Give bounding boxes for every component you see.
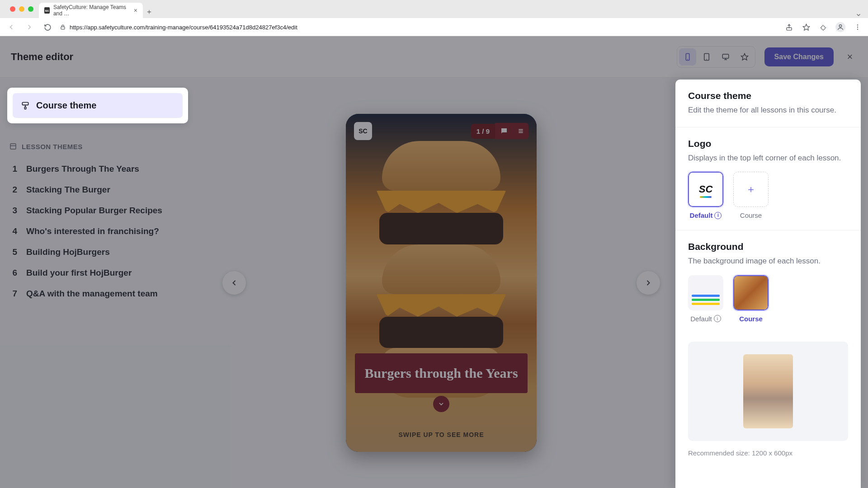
share-icon[interactable] bbox=[784, 22, 794, 32]
tab-bar: sc SafetyCulture: Manage Teams and … × ＋ bbox=[0, 0, 868, 18]
theme-icon bbox=[21, 101, 30, 110]
save-changes-button[interactable]: Save Changes bbox=[764, 47, 834, 66]
logo-desc: Displays in the top left corner of each … bbox=[688, 153, 848, 164]
lesson-item[interactable]: 1Burgers Through The Years bbox=[7, 159, 188, 179]
panel-section-logo: Logo Displays in the top left corner of … bbox=[675, 127, 861, 231]
device-star-button[interactable] bbox=[736, 48, 753, 66]
course-theme-card[interactable]: Course theme bbox=[7, 88, 188, 123]
lesson-item[interactable]: 2Stacking The Burger bbox=[7, 179, 188, 200]
extensions-icon[interactable] bbox=[818, 22, 828, 32]
theme-settings-panel: Course theme Edit the theme for all less… bbox=[675, 80, 861, 488]
bg-option-course[interactable]: Course bbox=[733, 275, 769, 323]
browser-chrome: sc SafetyCulture: Manage Teams and … × ＋… bbox=[0, 0, 868, 36]
preview-prev-button[interactable] bbox=[222, 271, 246, 295]
info-icon[interactable]: i bbox=[714, 315, 721, 322]
reload-button[interactable] bbox=[42, 21, 53, 33]
preview-pager: 1 / 9 bbox=[471, 124, 495, 139]
bookmark-star-icon[interactable] bbox=[801, 22, 811, 32]
svg-marker-2 bbox=[803, 24, 809, 30]
device-desktop-button[interactable] bbox=[717, 48, 734, 66]
logo-title: Logo bbox=[688, 138, 848, 149]
bg-preview-thumbnail bbox=[743, 354, 793, 428]
panel-title: Course theme bbox=[688, 90, 848, 101]
preview-menu-icon[interactable] bbox=[513, 123, 528, 139]
bg-label-default: Default i bbox=[690, 315, 721, 323]
window-minimize-icon[interactable] bbox=[19, 6, 24, 12]
lock-icon bbox=[60, 24, 66, 30]
preview-area: SC 1 / 9 Burgers through the Years SWIPE… bbox=[195, 78, 687, 488]
svg-rect-16 bbox=[10, 144, 16, 149]
new-tab-button[interactable]: ＋ bbox=[143, 5, 156, 18]
svg-point-6 bbox=[857, 28, 858, 29]
panel-section-course-theme: Course theme Edit the theme for all less… bbox=[675, 80, 861, 127]
url-field[interactable]: https://app.safetyculture.com/training-m… bbox=[60, 24, 297, 31]
swipe-hint: SWIPE UP TO SEE MORE bbox=[346, 431, 537, 438]
device-preview-group bbox=[677, 46, 755, 68]
logo-label-course: Course bbox=[740, 211, 762, 219]
panel-desc: Edit the theme for all lessons in this c… bbox=[688, 105, 848, 116]
bg-preview-area[interactable] bbox=[688, 342, 848, 441]
window-close-icon[interactable] bbox=[10, 6, 15, 12]
logo-label-default: Default i bbox=[690, 211, 722, 219]
logo-add-button[interactable]: ＋ bbox=[733, 172, 769, 207]
preview-title-card: Burgers through the Years bbox=[355, 353, 528, 393]
panel-section-background: Background The background image of each … bbox=[675, 230, 861, 333]
layers-icon bbox=[9, 142, 17, 150]
svg-marker-14 bbox=[741, 53, 748, 60]
lesson-item[interactable]: 3Stacking Popular Burger Recipes bbox=[7, 200, 188, 221]
back-button[interactable] bbox=[5, 21, 17, 33]
bg-option-default[interactable]: Default i bbox=[688, 275, 723, 323]
logo-thumb-default[interactable]: SC bbox=[688, 172, 723, 207]
logo-option-course[interactable]: ＋ Course bbox=[733, 172, 769, 219]
sc-logo-icon: SC bbox=[699, 183, 713, 195]
info-icon[interactable]: i bbox=[714, 212, 722, 219]
window-controls[interactable] bbox=[5, 0, 39, 18]
svg-rect-11 bbox=[722, 54, 729, 58]
lesson-item[interactable]: 4Who's interested in franchising? bbox=[7, 221, 188, 242]
profile-avatar-icon[interactable] bbox=[835, 22, 845, 32]
close-editor-button[interactable]: × bbox=[843, 50, 857, 64]
bg-label-course: Course bbox=[739, 315, 763, 323]
lesson-item[interactable]: 7Q&A with the management team bbox=[7, 283, 188, 304]
preview-next-button[interactable] bbox=[637, 271, 660, 295]
favicon-icon: sc bbox=[44, 7, 50, 14]
tab-title: SafetyCulture: Manage Teams and … bbox=[53, 4, 130, 17]
bg-title: Background bbox=[688, 241, 848, 252]
lesson-themes-header: LESSON THEMES bbox=[9, 142, 186, 150]
lesson-list: 1Burgers Through The Years 2Stacking The… bbox=[7, 159, 188, 304]
lesson-item[interactable]: 5Building HojBurgers bbox=[7, 242, 188, 263]
preview-logo-badge: SC bbox=[354, 122, 372, 140]
svg-rect-15 bbox=[24, 107, 26, 109]
svg-point-3 bbox=[839, 25, 841, 27]
address-bar: https://app.safetyculture.com/training-m… bbox=[0, 18, 868, 36]
svg-point-4 bbox=[857, 24, 858, 25]
swipe-arrow-icon[interactable] bbox=[433, 396, 449, 412]
forward-button[interactable] bbox=[24, 21, 35, 33]
logo-option-default[interactable]: SC Default i bbox=[688, 172, 723, 219]
browser-tab[interactable]: sc SafetyCulture: Manage Teams and … × bbox=[39, 3, 143, 18]
tabs-dropdown-icon[interactable] bbox=[855, 12, 868, 18]
kebab-menu-icon[interactable] bbox=[853, 22, 863, 32]
bg-thumb-course[interactable] bbox=[733, 275, 769, 310]
device-tablet-button[interactable] bbox=[698, 48, 715, 66]
window-zoom-icon[interactable] bbox=[28, 6, 33, 12]
lesson-item[interactable]: 6Build your first HojBurger bbox=[7, 263, 188, 283]
svg-point-5 bbox=[857, 27, 858, 28]
bg-desc: The background image of each lesson. bbox=[688, 256, 848, 267]
bg-thumb-default[interactable] bbox=[688, 275, 723, 310]
svg-rect-0 bbox=[61, 27, 65, 29]
page-title: Theme editor bbox=[11, 51, 73, 63]
course-theme-label: Course theme bbox=[36, 100, 96, 111]
tab-close-icon[interactable]: × bbox=[134, 7, 137, 14]
phone-preview: SC 1 / 9 Burgers through the Years SWIPE… bbox=[346, 114, 537, 452]
url-text: https://app.safetyculture.com/training-m… bbox=[70, 24, 297, 31]
preview-chat-icon[interactable] bbox=[495, 123, 513, 139]
bg-recommended-size: Recommended size: 1200 x 600px bbox=[675, 445, 861, 465]
app-header: Theme editor Save Changes × bbox=[0, 36, 868, 78]
device-mobile-button[interactable] bbox=[679, 48, 696, 66]
app-shell: Theme editor Save Changes × Course theme bbox=[0, 36, 868, 488]
left-sidebar: Course theme LESSON THEMES 1Burgers Thro… bbox=[0, 78, 195, 488]
